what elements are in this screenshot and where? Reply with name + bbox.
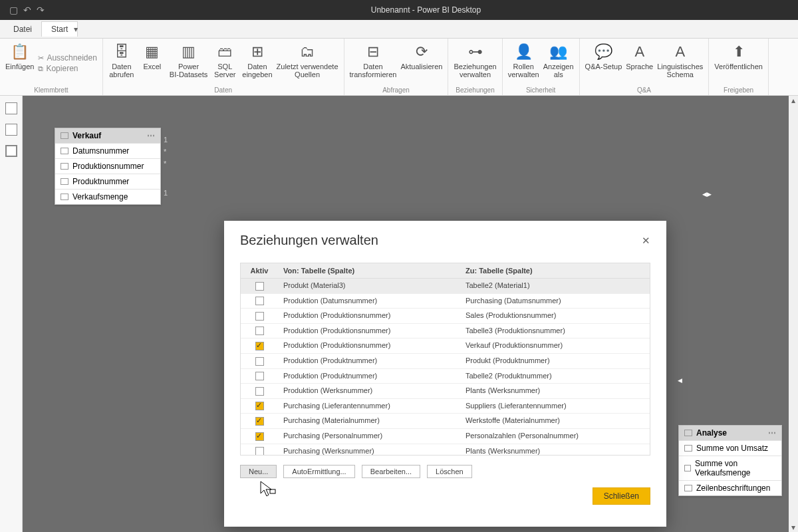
copy-button[interactable]: ⧉ Kopieren [38,64,96,73]
paste-button[interactable]: 📋Einfügen [5,41,34,85]
enter-data-button[interactable]: ⊞Daten eingeben [242,41,272,85]
language-button[interactable]: ASprache [626,41,653,85]
chevron-down-icon[interactable]: ▾ [74,25,78,34]
publish-button[interactable]: ⬆Veröffentlichen [714,41,763,85]
refresh-button[interactable]: ⟳Aktualisieren [400,41,442,85]
manage-roles-button[interactable]: 👤Rollen verwalten [508,41,539,85]
get-data-button[interactable]: 🗄Daten abrufen [108,41,135,85]
sql-server-button[interactable]: 🗃SQL Server [211,41,238,85]
excel-button[interactable]: ▦Excel [139,41,166,85]
pbi-datasets-button[interactable]: ▥Power BI-Datasets [170,41,207,85]
view-as-button[interactable]: 👥Anzeigen als [543,41,574,85]
menu-file[interactable]: Datei [4,22,41,37]
menu-home[interactable]: Start [41,21,78,37]
transform-data-button[interactable]: ⊟Daten transformieren [350,41,397,85]
window-title: Unbenannt - Power BI Desktop [54,5,798,15]
title-bar: ▢ ↶ ↷ Unbenannt - Power BI Desktop [0,0,798,20]
save-icon[interactable]: ▢ [9,5,18,15]
ribbon: 📋Einfügen ✂ Ausschneiden ⧉ Kopieren Klem… [0,39,798,96]
undo-icon[interactable]: ↶ [23,5,31,15]
manage-relationships-button[interactable]: ⊶Beziehungen verwalten [454,41,496,85]
redo-icon[interactable]: ↷ [37,5,45,15]
recent-sources-button[interactable]: 🗂Zuletzt verwendete Quellen [277,41,338,85]
cut-button[interactable]: ✂ Ausschneiden [38,53,96,63]
menu-bar: Datei Start ▾ [0,20,798,39]
qa-setup-button[interactable]: 💬Q&A-Setup [585,41,622,85]
linguistic-schema-button[interactable]: ALinguistisches Schema [657,41,703,85]
